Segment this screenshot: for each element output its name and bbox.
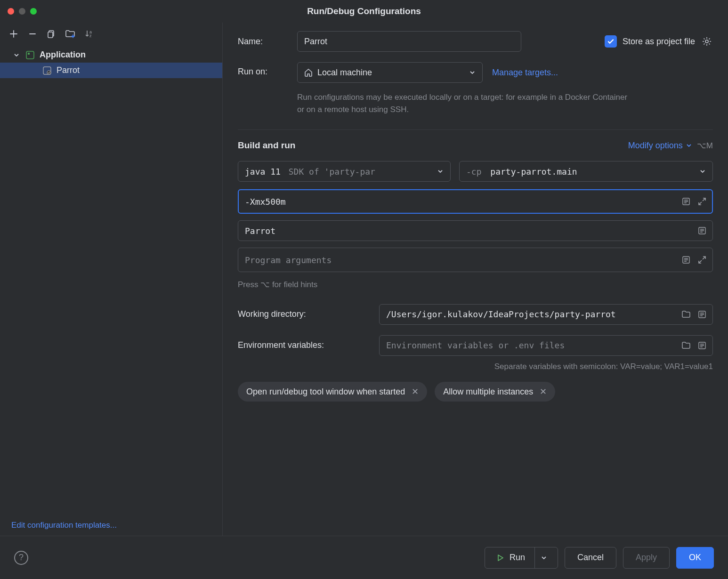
apply-button[interactable]: Apply bbox=[623, 547, 670, 569]
classpath-select[interactable]: -cp party-parrot.main bbox=[459, 161, 713, 182]
content-panel: Name: Store as project file Run on: bbox=[223, 23, 728, 536]
sidebar-toolbar: az bbox=[0, 23, 222, 45]
close-window-button[interactable] bbox=[8, 8, 14, 15]
chip-open-tool-window[interactable]: Open run/debug tool window when started … bbox=[238, 382, 427, 402]
list-icon[interactable] bbox=[680, 195, 692, 208]
run-on-value: Local machine bbox=[317, 68, 372, 78]
program-arguments-input[interactable] bbox=[238, 248, 713, 272]
store-project-file-label: Store as project file bbox=[623, 37, 695, 47]
run-on-label: Run on: bbox=[238, 62, 288, 77]
svg-rect-4 bbox=[26, 51, 34, 59]
run-config-icon bbox=[42, 66, 52, 75]
chevron-down-icon bbox=[699, 168, 706, 175]
edit-templates-link[interactable]: Edit configuration templates... bbox=[11, 521, 117, 530]
folder-icon[interactable] bbox=[680, 308, 692, 321]
store-project-file-checkbox[interactable] bbox=[605, 35, 617, 48]
run-on-hint: Run configurations may be executed local… bbox=[297, 91, 636, 115]
env-label: Environment variables: bbox=[238, 340, 370, 350]
close-icon[interactable]: ✕ bbox=[412, 386, 419, 397]
folder-icon[interactable] bbox=[680, 339, 692, 352]
sidebar: az Application Parrot Edit configura bbox=[0, 23, 223, 536]
modify-options-link[interactable]: Modify options bbox=[628, 141, 692, 151]
tree-group-label: Application bbox=[40, 50, 86, 60]
help-button[interactable]: ? bbox=[14, 551, 28, 565]
cancel-button[interactable]: Cancel bbox=[565, 547, 616, 569]
window-title: Run/Debug Configurations bbox=[307, 6, 421, 16]
window-controls bbox=[8, 8, 37, 15]
svg-rect-5 bbox=[28, 53, 30, 55]
chevron-down-icon bbox=[437, 168, 444, 175]
list-icon[interactable] bbox=[696, 339, 708, 352]
field-hints-text: Press ⌥ for field hints bbox=[238, 279, 713, 291]
play-icon bbox=[496, 554, 504, 562]
copy-icon[interactable] bbox=[46, 29, 57, 39]
name-label: Name: bbox=[238, 37, 288, 47]
chevron-down-icon bbox=[13, 52, 21, 58]
svg-rect-1 bbox=[48, 32, 53, 38]
env-input[interactable] bbox=[379, 335, 713, 356]
close-icon[interactable]: ✕ bbox=[540, 386, 547, 397]
folder-add-icon[interactable] bbox=[65, 29, 75, 39]
add-icon[interactable] bbox=[8, 29, 19, 39]
name-input[interactable] bbox=[297, 31, 521, 52]
gear-icon[interactable] bbox=[701, 35, 713, 48]
ok-button[interactable]: OK bbox=[676, 547, 714, 569]
vm-options-input[interactable] bbox=[238, 189, 713, 214]
config-tree: Application Parrot bbox=[0, 45, 222, 80]
run-split-chevron[interactable] bbox=[534, 547, 553, 568]
sort-icon[interactable]: az bbox=[84, 29, 94, 39]
workdir-label: Working directory: bbox=[238, 309, 370, 319]
main-class-input[interactable] bbox=[238, 220, 713, 241]
jdk-select[interactable]: java 11 SDK of 'party-par bbox=[238, 161, 451, 182]
list-icon[interactable] bbox=[696, 225, 708, 237]
expand-icon[interactable] bbox=[696, 254, 708, 266]
svg-text:z: z bbox=[89, 33, 92, 38]
zoom-window-button[interactable] bbox=[30, 8, 37, 15]
chevron-down-icon bbox=[469, 69, 476, 76]
titlebar: Run/Debug Configurations bbox=[0, 0, 728, 23]
modify-options-shortcut: ⌥M bbox=[697, 141, 713, 151]
svg-point-8 bbox=[705, 40, 708, 43]
expand-icon[interactable] bbox=[696, 195, 708, 208]
application-type-icon bbox=[25, 50, 35, 60]
run-on-select[interactable]: Local machine bbox=[297, 62, 483, 83]
minimize-window-button[interactable] bbox=[19, 8, 25, 15]
workdir-input[interactable] bbox=[379, 304, 713, 325]
tree-item-label: Parrot bbox=[57, 65, 80, 75]
tree-group-application[interactable]: Application bbox=[0, 47, 222, 63]
manage-targets-link[interactable]: Manage targets... bbox=[492, 68, 558, 78]
env-hint: Separate variables with semicolon: VAR=v… bbox=[238, 361, 713, 373]
chip-allow-multiple[interactable]: Allow multiple instances ✕ bbox=[435, 382, 555, 402]
tree-item-parrot[interactable]: Parrot bbox=[0, 63, 222, 78]
remove-icon[interactable] bbox=[27, 29, 38, 39]
dialog-footer: ? Run Cancel Apply OK bbox=[0, 536, 728, 579]
run-button[interactable]: Run bbox=[485, 547, 558, 569]
list-icon[interactable] bbox=[696, 308, 708, 321]
build-run-title: Build and run bbox=[238, 140, 295, 151]
list-icon[interactable] bbox=[680, 254, 692, 266]
home-icon bbox=[304, 68, 313, 77]
